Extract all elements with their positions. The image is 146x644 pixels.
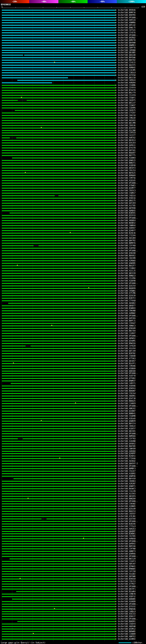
hit-row[interactable]: UniRef100_A7EJN1: [0, 515, 146, 518]
hit-row[interactable]: UniRef100_A2QX57: [0, 428, 146, 430]
hit-row[interactable]: UniRef100_B0CS29: [0, 558, 146, 560]
hit-row[interactable]: UniRef100_B6QGR7: [0, 152, 146, 154]
hit-row[interactable]: UniRef100_A3LQD2: [0, 573, 146, 575]
hit-row[interactable]: UniRef100_Q4X0G2: [0, 442, 146, 445]
hit-row[interactable]: UniRef100_C5M3H6: [0, 365, 146, 367]
hit-row[interactable]: UniRef100_Q4WHT1: [0, 485, 146, 488]
hit-row[interactable]: UniRef100_UP1000..: [0, 250, 146, 252]
hit-row[interactable]: UniRef100_A2R6W3: [0, 260, 146, 262]
hit-row[interactable]: UniRef100_C0ZQ75: [0, 109, 146, 112]
hit-row[interactable]: UniRef100_UP1000..: [0, 603, 146, 606]
hit-row[interactable]: UniRef100_B2WDH3: [0, 307, 146, 310]
hit-row[interactable]: UniRef100_Q0CDY3: [0, 167, 146, 169]
hit-row[interactable]: UniRef100_C5DEB8: [0, 355, 146, 357]
hit-row[interactable]: UniRef100_A4RUH4: [0, 82, 146, 84]
hit-row[interactable]: UniRef100_Q6FQW6: [0, 575, 146, 578]
hit-row[interactable]: UniRef100_C0NRV4: [0, 224, 146, 227]
hit-row[interactable]: UniRef100_B9R069: [0, 174, 146, 177]
hit-row[interactable]: UniRef100_Q5KPA3: [0, 387, 146, 390]
hit-row[interactable]: UniRef100_Q59W41: [0, 565, 146, 568]
hit-row[interactable]: UniRef100_A5DV86: [0, 385, 146, 387]
hit-row[interactable]: UniRef100_A1D8K4: [0, 157, 146, 159]
hit-row[interactable]: UniRef100_C4J377: [0, 134, 146, 136]
hit-row[interactable]: UniRef100_C6HJ10: [0, 114, 146, 117]
hit-row[interactable]: UniRef100_A6RZE3: [0, 528, 146, 530]
hit-row[interactable]: UniRef100_Q04LD8: [0, 54, 146, 56]
hit-row[interactable]: UniRef100_UP1000..: [0, 465, 146, 468]
hit-row[interactable]: UniRef100_Q2UM77: [0, 187, 146, 190]
hit-row[interactable]: UniRef100_B6KDR1: [0, 620, 146, 623]
hit-row[interactable]: UniRef100_A5DX16: [0, 197, 146, 200]
hit-row[interactable]: UniRef100_C5GWY1: [0, 97, 146, 99]
hit-row[interactable]: UniRef100_C1HDB9: [0, 633, 146, 635]
hit-row[interactable]: UniRef100_B0XVE2: [0, 254, 146, 257]
hit-row[interactable]: UniRef100_Q4FZE9: [0, 202, 146, 204]
hit-row[interactable]: UniRef100_Q2GP44: [0, 127, 146, 129]
hit-row[interactable]: UniRef100_A9PIZ4: [0, 19, 146, 22]
hit-row[interactable]: UniRef100_C5DJ53: [0, 580, 146, 583]
hit-row[interactable]: UniRef100_Q0WME3: [0, 44, 146, 46]
hit-row[interactable]: UniRef100_A3GKB9: [0, 600, 146, 603]
hit-row[interactable]: UniRef100_B6H7W5: [0, 445, 146, 448]
hit-row[interactable]: UniRef100_C5PAU7: [0, 322, 146, 325]
hit-row[interactable]: UniRef100_C5DM17: [0, 192, 146, 194]
hit-row[interactable]: UniRef100_A8Q0E4: [0, 219, 146, 222]
hit-row[interactable]: UniRef100_Q0CV28: [0, 272, 146, 274]
hit-row[interactable]: UniRef100_A4RBW2: [0, 312, 146, 314]
hit-row[interactable]: UniRef100_A1DFN3: [0, 247, 146, 250]
hit-row[interactable]: UniRef100_UP1000..: [0, 34, 146, 36]
hit-row[interactable]: UniRef100_C4YJS8: [0, 570, 146, 573]
hit-row[interactable]: UniRef100_C5G1E7: [0, 470, 146, 472]
hit-row[interactable]: UniRef100_A5DBQ9: [0, 367, 146, 370]
hit-row[interactable]: UniRef100_Q54T38: [0, 397, 146, 400]
hit-row[interactable]: UniRef100_C5E8Y4: [0, 623, 146, 625]
hit-row[interactable]: UniRef100_Q6BQN5: [0, 598, 146, 600]
hit-row[interactable]: UniRef100_C5JZR6: [0, 277, 146, 280]
hit-row[interactable]: UniRef100_B0CYD4: [0, 330, 146, 332]
hit-row[interactable]: UniRef100_B8CB13: [0, 139, 146, 142]
hit-row[interactable]: UniRef100_C1GNA2: [0, 267, 146, 270]
hit-row[interactable]: UniRef100_C5MB78: [0, 593, 146, 595]
hit-row[interactable]: UniRef100_UP1000..: [0, 217, 146, 219]
hit-row[interactable]: UniRef100_B8PFJ1: [0, 320, 146, 322]
hit-row[interactable]: UniRef100_C4Q2L6: [0, 194, 146, 197]
hit-row[interactable]: UniRef100_Q2ULB9: [0, 508, 146, 510]
hit-row[interactable]: UniRef100_Q4WPU6: [0, 475, 146, 478]
hit-row[interactable]: UniRef100_Q6C9F1: [0, 588, 146, 590]
hit-row[interactable]: UniRef100_B2B7F2: [0, 297, 146, 300]
hit-row[interactable]: UniRef100_A7F2M6: [0, 292, 146, 294]
hit-row[interactable]: UniRef100_C0PFT6: [0, 46, 146, 49]
hit-row[interactable]: UniRef100_Q9FLH2: [0, 24, 146, 26]
hit-row[interactable]: UniRef100_B3LPF1: [0, 362, 146, 365]
hit-row[interactable]: UniRef100_C9JYB5: [0, 535, 146, 538]
hit-row[interactable]: UniRef100_Q6H597-2: [0, 462, 146, 465]
hit-row[interactable]: UniRef100_B8ND41: [0, 412, 146, 415]
hit-row[interactable]: UniRef100_A8PJH7: [0, 563, 146, 565]
hit-row[interactable]: UniRef100_C0PQ24: [0, 79, 146, 82]
hit-row[interactable]: UniRef100_Q01CS8: [0, 76, 146, 79]
hit-row[interactable]: UniRef100_A5E1X3: [0, 613, 146, 615]
hit-row[interactable]: UniRef100_A3LVX4: [0, 347, 146, 350]
hit-row[interactable]: UniRef100_A8NJV2: [0, 407, 146, 410]
hit-row[interactable]: UniRef100_UP1000..: [0, 335, 146, 337]
hit-row[interactable]: UniRef100_B8M9T6: [0, 242, 146, 244]
hit-row[interactable]: UniRef100_B9MF56: [0, 12, 146, 14]
hit-row[interactable]: UniRef100_C7Z1P4: [0, 234, 146, 237]
hit-row[interactable]: UniRef100_A7TM27: [0, 583, 146, 585]
hit-row[interactable]: UniRef100_C1GW37: [0, 104, 146, 107]
hit-row[interactable]: UniRef100_Q6FJU9: [0, 350, 146, 352]
hit-row[interactable]: UniRef100_Q5AJE4: [0, 142, 146, 144]
hit-row[interactable]: UniRef100_B8MBF3: [0, 468, 146, 470]
hit-row[interactable]: UniRef100_Q4P3E6: [0, 317, 146, 320]
hit-row[interactable]: UniRef100_B9WIE6: [0, 342, 146, 345]
hit-row[interactable]: UniRef100_B8MSK6: [0, 435, 146, 438]
hit-row[interactable]: UniRef100_B6HB52: [0, 222, 146, 224]
hit-row[interactable]: UniRef100_C1N3L8: [0, 72, 146, 74]
hit-row[interactable]: UniRef100_B0DQZ5: [0, 400, 146, 402]
hit-row[interactable]: UniRef100_UP1000..: [0, 182, 146, 184]
hit-row[interactable]: UniRef100_Q6CWS7: [0, 360, 146, 362]
hit-row[interactable]: UniRef100_A2Q1U5: [0, 179, 146, 182]
hit-row[interactable]: UniRef100_C5YET6: [0, 32, 146, 34]
hit-row[interactable]: UniRef100_B9WSH6: [0, 608, 146, 610]
hit-row[interactable]: UniRef100_C5Z0M6: [0, 84, 146, 86]
